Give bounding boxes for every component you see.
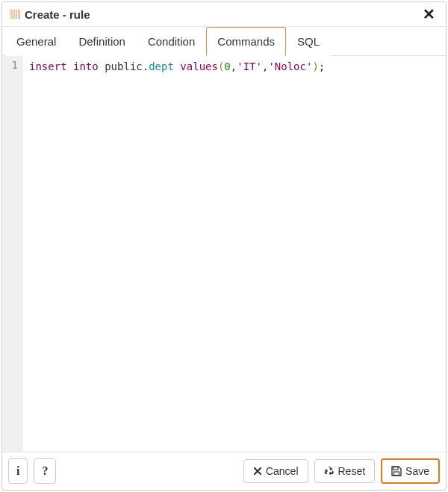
svg-rect-6 — [394, 472, 399, 476]
close-icon — [253, 467, 262, 476]
tok-keyword: values — [180, 60, 218, 72]
tab-definition[interactable]: Definition — [67, 27, 137, 56]
line-number: 1 — [2, 59, 18, 71]
cancel-button[interactable]: Cancel — [243, 459, 308, 483]
tok-paren: ) — [312, 60, 318, 72]
create-rule-dialog: Create - rule ✕ General Definition Condi… — [1, 1, 447, 491]
tok-ident: dept — [149, 60, 174, 72]
tab-condition[interactable]: Condition — [137, 27, 206, 56]
tok-keyword: insert — [29, 60, 67, 72]
tok-string: 'Noloc' — [268, 60, 312, 72]
info-button[interactable]: i — [8, 458, 28, 484]
tab-commands[interactable]: Commands — [206, 27, 286, 56]
code-content[interactable]: insert into public.dept values(0,'IT','N… — [23, 56, 446, 452]
save-icon — [391, 466, 402, 476]
tok-punct: , — [231, 60, 237, 72]
tok-keyword: into — [73, 60, 99, 72]
reset-label: Reset — [338, 465, 366, 477]
cancel-label: Cancel — [266, 465, 299, 477]
tok-number: 0 — [224, 60, 230, 72]
rule-icon — [10, 10, 20, 19]
recycle-icon — [324, 466, 335, 476]
tab-general[interactable]: General — [5, 27, 67, 56]
tok-plain: public — [105, 60, 143, 72]
help-button[interactable]: ? — [34, 458, 56, 484]
reset-button[interactable]: Reset — [314, 459, 376, 483]
tab-sql[interactable]: SQL — [286, 27, 331, 56]
tab-bar: General Definition Condition Commands SQ… — [2, 27, 446, 56]
line-gutter: 1 — [2, 56, 23, 452]
tok-punct: ; — [319, 60, 325, 72]
svg-rect-5 — [393, 467, 398, 470]
titlebar: Create - rule ✕ — [2, 2, 446, 27]
save-label: Save — [405, 465, 429, 477]
tok-string: 'IT' — [237, 60, 262, 72]
close-button[interactable]: ✕ — [420, 7, 438, 22]
tok-punct: . — [143, 60, 149, 72]
dialog-title: Create - rule — [25, 8, 420, 21]
dialog-footer: i ? Cancel Reset — [2, 452, 446, 490]
code-editor[interactable]: 1 insert into public.dept values(0,'IT',… — [2, 56, 446, 452]
save-button[interactable]: Save — [381, 458, 440, 484]
